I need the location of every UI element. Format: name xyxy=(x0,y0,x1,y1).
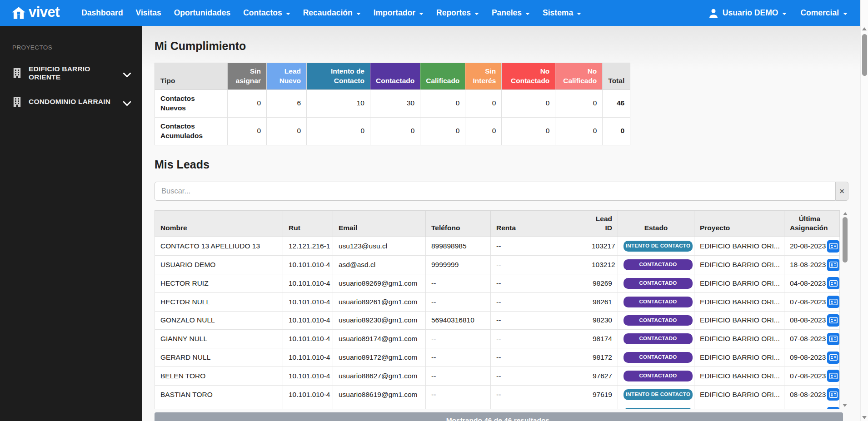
lead-proyecto: EDIFICIO BARRIO ORI... xyxy=(694,367,784,385)
user-menu[interactable]: Usuario DEMO xyxy=(708,8,787,18)
contact-card-button[interactable] xyxy=(827,296,839,308)
lead-proyecto: EDIFICIO BARRIO ORI... xyxy=(694,237,784,256)
lead-proyecto: EDIFICIO BARRIO ORI... xyxy=(694,348,784,367)
leads-col-actions[interactable] xyxy=(826,210,840,237)
lead-telefono: -- xyxy=(426,367,491,385)
leads-search-bar: ✕ xyxy=(155,182,848,201)
main-area: Mi Cumplimiento TipoSin asignarLead Nuev… xyxy=(142,26,860,421)
cumplimiento-value: 0 xyxy=(267,117,307,145)
id-card-icon xyxy=(829,336,838,342)
leads-col-proyecto[interactable]: Proyecto xyxy=(694,210,784,237)
contact-card-button[interactable] xyxy=(827,314,839,327)
scroll-up-icon[interactable] xyxy=(843,212,848,215)
project-label: EDIFICIO BARRIO ORIENTE xyxy=(29,65,123,81)
cumplimiento-value: 10 xyxy=(307,89,370,117)
lead-rut: 10.101.010-4 xyxy=(283,404,333,408)
lead-renta: -- xyxy=(491,348,586,367)
lead-row: GERARD NULL10.101.010-4usuario89172@gm1.… xyxy=(155,348,840,367)
id-card-icon xyxy=(829,280,838,287)
nav-item-oportunidades[interactable]: Oportunidades xyxy=(168,5,237,21)
page-scrollbar xyxy=(860,0,868,421)
estado-badge: INTENTO DE CONTACTO xyxy=(624,241,693,252)
chevron-down-icon xyxy=(356,13,361,15)
lead-nombre: ALEJANDRO VASQUEZ xyxy=(155,404,283,408)
nav-item-dashboard[interactable]: Dashboard xyxy=(75,5,129,21)
nav-item-label: Oportunidades xyxy=(174,8,230,18)
leads-col-tel-fono[interactable]: Teléfono xyxy=(426,210,491,237)
page-scrollbar-thumb[interactable] xyxy=(862,34,867,76)
contact-card-button[interactable] xyxy=(827,277,839,289)
lead-nombre: HECTOR NULL xyxy=(155,292,283,311)
cumplimiento-col-1: Sin asignar xyxy=(228,63,267,90)
nav-item-visitas[interactable]: Visitas xyxy=(130,5,168,21)
cumplimiento-value: 0 xyxy=(502,117,555,145)
table-scrollbar xyxy=(842,210,848,409)
id-card-icon xyxy=(829,373,838,379)
role-menu[interactable]: Comercial xyxy=(800,8,848,18)
nav-item-contactos[interactable]: Contactos xyxy=(237,5,297,21)
lead-email: usu123@usu.cl xyxy=(333,237,426,256)
cumplimiento-value: 0 xyxy=(465,117,502,145)
lead-nombre: BELEN TORO xyxy=(155,367,283,385)
cumplimiento-value: 0 xyxy=(307,117,370,145)
lead-nombre: USUARIO DEMO xyxy=(155,256,283,274)
cumplimiento-row-label: Contactos Nuevos xyxy=(155,89,228,117)
contact-card-button[interactable] xyxy=(827,352,839,364)
leads-col-lead-id[interactable]: Lead ID xyxy=(586,210,618,237)
lead-id: 98269 xyxy=(586,274,618,292)
chevron-down-icon xyxy=(123,99,131,104)
nav-item-sistema[interactable]: Sistema xyxy=(536,5,588,21)
nav-item-paneles[interactable]: Paneles xyxy=(485,5,536,21)
results-summary-bar: Mostrando 46 de 46 resultados. xyxy=(155,412,843,421)
contact-card-button[interactable] xyxy=(827,259,839,271)
table-scrollbar-thumb[interactable] xyxy=(843,217,848,263)
contact-card-button[interactable] xyxy=(827,407,839,409)
lead-proyecto: EDIFICIO BARRIO ORI... xyxy=(694,256,784,274)
contact-card-button[interactable] xyxy=(827,370,839,382)
lead-nombre: GERARD NULL xyxy=(155,348,283,367)
lead-estado: CONTACTADO xyxy=(618,274,694,292)
leads-col--ltima-asignaci-n[interactable]: Última Asignación xyxy=(784,210,826,237)
leads-col-estado[interactable]: Estado xyxy=(618,210,694,237)
leads-col-rut[interactable]: Rut xyxy=(283,210,333,237)
leads-col-email[interactable]: Email xyxy=(333,210,426,237)
sidebar-item-condominio-larrain[interactable]: CONDOMINIO LARRAIN xyxy=(0,89,142,114)
lead-telefono: -- xyxy=(426,292,491,311)
lead-nombre: CONTACTO 13 APELLIUDO 13 xyxy=(155,237,283,256)
lead-actions xyxy=(826,367,840,385)
lead-telefono: -- xyxy=(426,348,491,367)
page-scroll-down-icon[interactable] xyxy=(862,416,867,419)
lead-telefono: -- xyxy=(426,404,491,408)
cumplimiento-row-label: Contactos Acumulados xyxy=(155,117,228,145)
estado-badge: CONTACTADO xyxy=(624,297,693,307)
id-card-icon xyxy=(829,299,838,305)
nav-menu: DashboardVisitasOportunidadesContactosRe… xyxy=(75,5,588,21)
cumplimiento-value: 0 xyxy=(465,89,502,117)
nav-item-importador[interactable]: Importador xyxy=(367,5,430,21)
cumplimiento-value: 30 xyxy=(370,89,420,117)
brand[interactable]: vivet xyxy=(12,5,60,21)
contact-card-button[interactable] xyxy=(827,333,839,345)
lead-estado: CONTACTADO xyxy=(618,367,694,385)
lead-proyecto: EDIFICIO BARRIO ORI... xyxy=(694,385,784,404)
scroll-down-icon[interactable] xyxy=(843,404,847,407)
contact-card-button[interactable] xyxy=(827,240,839,253)
lead-renta: -- xyxy=(491,311,586,330)
sidebar-item-edificio-barrio-oriente[interactable]: EDIFICIO BARRIO ORIENTE xyxy=(0,57,142,89)
lead-telefono: 56940316810 xyxy=(426,311,491,330)
lead-email: usuario89172@gm1.com xyxy=(333,348,426,367)
nav-item-reportes[interactable]: Reportes xyxy=(430,5,485,21)
lead-proyecto: EDIFICIO BARRIO ORI... xyxy=(694,330,784,348)
contact-card-button[interactable] xyxy=(827,388,839,401)
search-clear-button[interactable]: ✕ xyxy=(836,182,848,201)
page-scroll-up-icon[interactable] xyxy=(862,27,867,30)
leads-table: NombreRutEmailTeléfonoRentaLead IDEstado… xyxy=(155,210,840,409)
nav-item-label: Sistema xyxy=(543,8,573,18)
leads-col-nombre[interactable]: Nombre xyxy=(155,210,283,237)
nav-item-recaudacion[interactable]: Recaudación xyxy=(297,5,367,21)
search-input[interactable] xyxy=(155,182,836,201)
cumplimiento-total: 0 xyxy=(603,117,630,145)
chevron-down-icon xyxy=(525,13,530,15)
leads-col-renta[interactable]: Renta xyxy=(491,210,586,237)
lead-row: USUARIO DEMO10.101.010-4asd@asd.cl999999… xyxy=(155,256,840,274)
